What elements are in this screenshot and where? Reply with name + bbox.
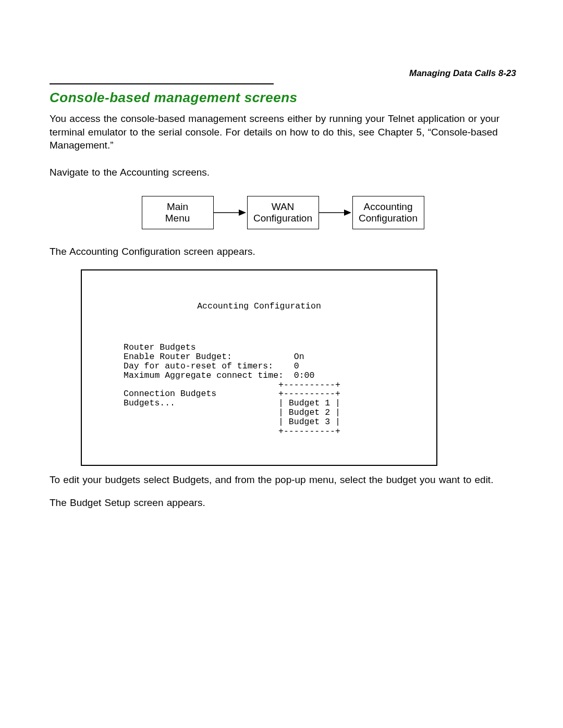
arrow-icon xyxy=(214,207,247,218)
console-line-label: Budgets... xyxy=(124,398,175,408)
console-sep: +----------+ xyxy=(278,389,340,399)
flow-box-wan-config: WAN Configuration xyxy=(247,196,319,229)
console-line-label: Day for auto-reset of timers: xyxy=(124,361,273,371)
intro-paragraph: You access the console-based management … xyxy=(50,112,516,152)
flow-box-main-menu: Main Menu xyxy=(142,196,214,229)
flow-box-label: Configuration xyxy=(253,213,312,224)
running-head: Managing Data Calls 8-23 xyxy=(409,68,516,80)
console-popup-item: | Budget 2 | xyxy=(278,408,340,417)
after-console-text-1: To edit your budgets select Budgets, and… xyxy=(50,473,516,487)
console-line: Router Budgets xyxy=(124,342,196,352)
console-line-label: Maximum Aggregate connect time: xyxy=(124,371,284,380)
console-title: Accounting Configuration xyxy=(92,302,426,311)
console-sep: +----------+ xyxy=(278,380,340,390)
flow-box-label: Main xyxy=(167,201,188,213)
navigation-flow-diagram: Main Menu WAN Configuration Accounting C… xyxy=(50,196,516,229)
section-rule xyxy=(50,83,274,84)
console-popup-item: | Budget 1 | xyxy=(278,398,340,408)
flow-box-label: Accounting xyxy=(363,201,412,213)
console-sep: +----------+ xyxy=(278,426,340,436)
after-console-text-2: The Budget Setup screen appears. xyxy=(50,496,516,510)
console-popup-item: | Budget 3 | xyxy=(278,417,340,427)
console-line-label: Enable Router Budget: xyxy=(124,352,232,362)
console-body: Router Budgets Enable Router Budget: On … xyxy=(92,343,426,436)
arrow-icon xyxy=(319,207,352,218)
console-line-label: Connection Budgets xyxy=(124,389,216,399)
console-line-value: 0 xyxy=(294,361,299,371)
flow-box-accounting-config: Accounting Configuration xyxy=(352,196,424,229)
svg-marker-1 xyxy=(239,209,246,216)
after-flow-text: The Accounting Configuration screen appe… xyxy=(50,245,516,258)
flow-box-label: Menu xyxy=(165,213,190,224)
svg-marker-3 xyxy=(344,209,351,216)
flow-box-label: Configuration xyxy=(359,213,418,224)
console-screen: Accounting Configuration Router Budgets … xyxy=(81,269,437,466)
console-line-value: 0:00 xyxy=(294,371,315,380)
console-line-value: On xyxy=(294,352,304,362)
section-title: Console-based management screens xyxy=(50,89,516,107)
nav-instruction: Navigate to the Accounting screens. xyxy=(50,166,516,179)
flow-box-label: WAN xyxy=(272,201,295,213)
